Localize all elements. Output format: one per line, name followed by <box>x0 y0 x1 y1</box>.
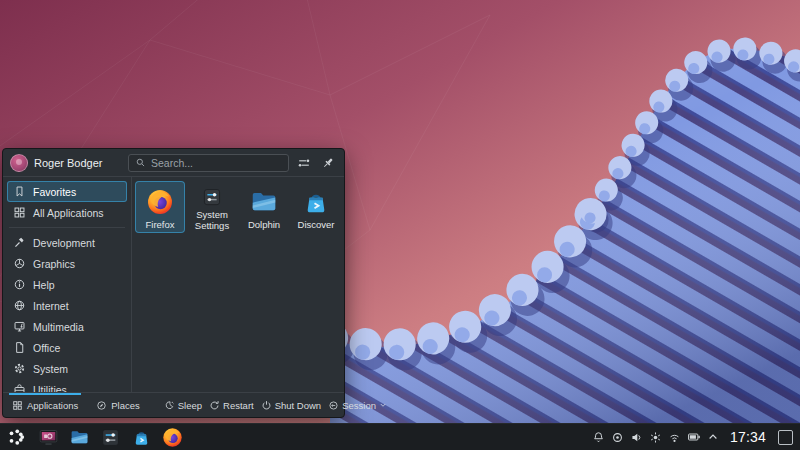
taskbar-discover[interactable] <box>129 425 153 449</box>
sidebar-label: Graphics <box>33 258 75 270</box>
info-circle-icon <box>13 278 26 291</box>
tools-icon <box>13 236 26 249</box>
sidebar-item-development[interactable]: Development <box>7 232 127 253</box>
footer-tab-label: Places <box>111 400 140 411</box>
sidebar-label: Multimedia <box>33 321 84 333</box>
user-name: Roger Bodger <box>34 157 122 169</box>
firefox-icon <box>161 426 184 449</box>
chevron-down-icon <box>379 401 387 409</box>
app-tile-system-settings[interactable]: System Settings <box>187 181 237 233</box>
digital-clock[interactable]: 17:34 <box>730 429 766 445</box>
sidebar-item-system[interactable]: System <box>7 358 127 379</box>
wifi-icon <box>668 431 681 444</box>
sidebar-label: Favorites <box>33 186 76 198</box>
tray-expander-button[interactable] <box>706 430 720 444</box>
sidebar-item-office[interactable]: Office <box>7 337 127 358</box>
taskbar-dolphin[interactable] <box>67 425 91 449</box>
discover-bag-icon <box>301 187 331 217</box>
taskbar-media-display-app[interactable] <box>36 425 60 449</box>
app-label: Firefox <box>145 220 174 231</box>
footer-spacer <box>155 393 157 417</box>
system-settings-icon <box>100 427 121 448</box>
action-label: Sleep <box>178 400 202 411</box>
sleep-button[interactable]: Sleep <box>164 393 202 417</box>
app-label: Discover <box>298 220 335 231</box>
notifications-bell-icon <box>592 431 605 444</box>
taskbar-firefox[interactable] <box>160 425 184 449</box>
sidebar-label: Office <box>33 342 60 354</box>
apps-grid-icon <box>13 206 26 219</box>
system-tray: 17:34 <box>592 429 795 445</box>
software-updates-icon <box>611 431 624 444</box>
refresh-icon <box>209 400 220 411</box>
system-settings-icon <box>197 187 227 207</box>
monitor-media-icon <box>13 320 26 333</box>
firefox-icon <box>145 187 175 217</box>
document-icon <box>13 341 26 354</box>
sort-configure-button[interactable] <box>295 154 313 172</box>
bookmark-icon <box>13 185 26 198</box>
taskbar-system-settings[interactable] <box>98 425 122 449</box>
chevron-up-icon <box>707 431 719 443</box>
software-updates-tray-button[interactable] <box>611 430 625 444</box>
search-placeholder: Search... <box>151 157 193 169</box>
sidebar-item-help[interactable]: Help <box>7 274 127 295</box>
launcher-header: Roger Bodger Search... <box>3 149 344 177</box>
app-label: System Settings <box>188 210 236 232</box>
night-color-sun-icon <box>649 431 662 444</box>
dolphin-folder-icon <box>69 427 90 448</box>
network-tray-button[interactable] <box>668 430 682 444</box>
app-tile-discover[interactable]: Discover <box>291 181 341 233</box>
notifications-tray-button[interactable] <box>592 430 606 444</box>
apps-grid-icon <box>12 400 23 411</box>
launcher-sidebar: Favorites All Applications <box>3 177 132 392</box>
pin-button[interactable] <box>319 154 337 172</box>
footer-tab-applications[interactable]: Applications <box>9 393 81 417</box>
favorites-app-grid: Firefox System Settings <box>132 177 346 392</box>
audio-volume-tray-button[interactable] <box>630 430 644 444</box>
app-launcher-icon <box>7 427 27 447</box>
power-icon <box>261 400 272 411</box>
battery-icon <box>687 430 701 444</box>
search-input[interactable]: Search... <box>128 154 289 172</box>
media-display-icon <box>38 427 59 448</box>
sidebar-item-all-applications[interactable]: All Applications <box>7 202 127 223</box>
action-label: Restart <box>223 400 254 411</box>
sidebar-item-favorites[interactable]: Favorites <box>7 181 127 202</box>
globe-icon <box>13 299 26 312</box>
battery-tray-button[interactable] <box>687 430 701 444</box>
moon-icon <box>164 400 175 411</box>
app-tile-firefox[interactable]: Firefox <box>135 181 185 233</box>
sidebar-label: Help <box>33 279 55 291</box>
night-color-tray-button[interactable] <box>649 430 663 444</box>
sidebar-label: System <box>33 363 68 375</box>
user-avatar[interactable] <box>10 154 28 172</box>
sidebar-label: All Applications <box>33 207 104 219</box>
gear-icon <box>13 362 26 375</box>
sidebar-item-internet[interactable]: Internet <box>7 295 127 316</box>
desktop: Roger Bodger Search... <box>0 0 800 450</box>
app-label: Dolphin <box>248 220 280 231</box>
sidebar-label: Internet <box>33 300 69 312</box>
app-launcher-button[interactable] <box>5 425 29 449</box>
sidebar-item-multimedia[interactable]: Multimedia <box>7 316 127 337</box>
action-label: Session <box>342 400 376 411</box>
shut-down-button[interactable]: Shut Down <box>261 393 321 417</box>
restart-button[interactable]: Restart <box>209 393 254 417</box>
compass-icon <box>96 400 107 411</box>
footer-tab-places[interactable]: Places <box>93 393 143 417</box>
dolphin-folder-icon <box>249 187 279 217</box>
sidebar-separator <box>9 227 125 228</box>
color-wheel-icon <box>13 257 26 270</box>
taskbar-panel: 17:34 <box>0 423 800 450</box>
footer-tab-label: Applications <box>27 400 78 411</box>
session-circle-icon <box>328 400 339 411</box>
launcher-footer: Applications Places Sleep <box>3 392 344 417</box>
show-desktop-button[interactable] <box>778 430 793 445</box>
sidebar-label: Development <box>33 237 95 249</box>
launcher-body: Favorites All Applications <box>3 177 344 392</box>
app-tile-dolphin[interactable]: Dolphin <box>239 181 289 233</box>
search-icon <box>135 157 146 168</box>
sidebar-item-graphics[interactable]: Graphics <box>7 253 127 274</box>
session-button[interactable]: Session <box>328 393 387 417</box>
